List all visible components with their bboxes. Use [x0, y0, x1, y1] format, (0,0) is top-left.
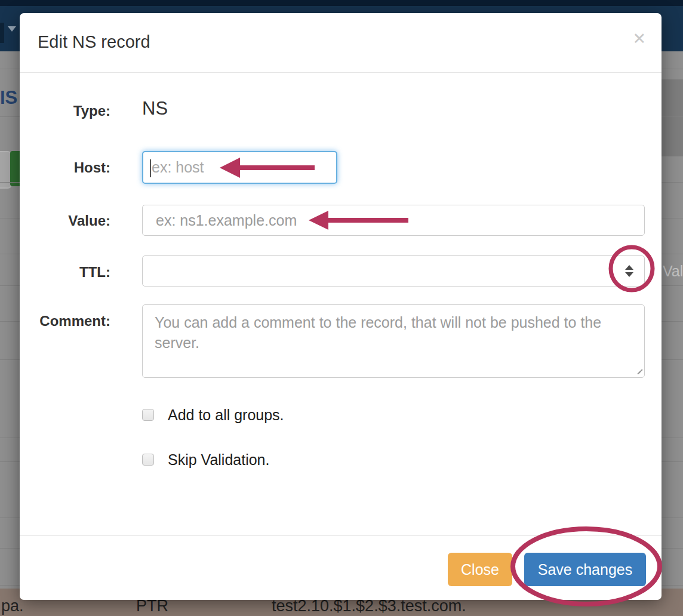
type-value: NS: [142, 98, 168, 119]
background-table-header-partial: Valu: [663, 263, 683, 280]
screen: IS s Valu pa. PTR test2.10.$1.$2.$3.test…: [0, 0, 683, 616]
host-input[interactable]: [143, 152, 336, 183]
value-field-wrapper: [142, 205, 645, 236]
edit-ns-record-dialog: Edit NS record ✕ Type: NS Host: Value: T…: [20, 13, 662, 600]
host-label: Host:: [38, 159, 110, 176]
dialog-title: Edit NS record: [38, 32, 150, 52]
skip-validation-label: Skip Validation.: [168, 451, 269, 469]
add-to-all-groups-row: Add to all groups.: [142, 406, 284, 424]
navbar-logo-fragment: [0, 23, 4, 43]
value-input[interactable]: [143, 205, 644, 235]
comment-textarea[interactable]: [142, 304, 645, 378]
add-to-all-groups-checkbox[interactable]: [142, 409, 154, 421]
ttl-label: TTL:: [38, 264, 110, 281]
comment-label: Comment:: [38, 313, 110, 329]
value-label: Value:: [38, 212, 110, 229]
top-bar: [0, 0, 683, 6]
type-label: Type:: [38, 103, 110, 119]
skip-validation-row: Skip Validation.: [142, 451, 269, 469]
dialog-header: Edit NS record ✕: [20, 13, 662, 73]
ttl-select[interactable]: [142, 255, 645, 287]
host-field-wrapper: [142, 151, 337, 184]
add-to-all-groups-label: Add to all groups.: [168, 406, 284, 424]
text-cursor: [150, 159, 151, 177]
close-icon[interactable]: ✕: [632, 31, 646, 47]
save-changes-button[interactable]: Save changes: [524, 553, 646, 586]
close-button[interactable]: Close: [448, 553, 512, 586]
skip-validation-checkbox[interactable]: [142, 454, 154, 466]
caret-down-icon: [8, 26, 16, 32]
dialog-footer: Close Save changes: [20, 535, 662, 600]
select-spinner-icon: [625, 265, 633, 277]
